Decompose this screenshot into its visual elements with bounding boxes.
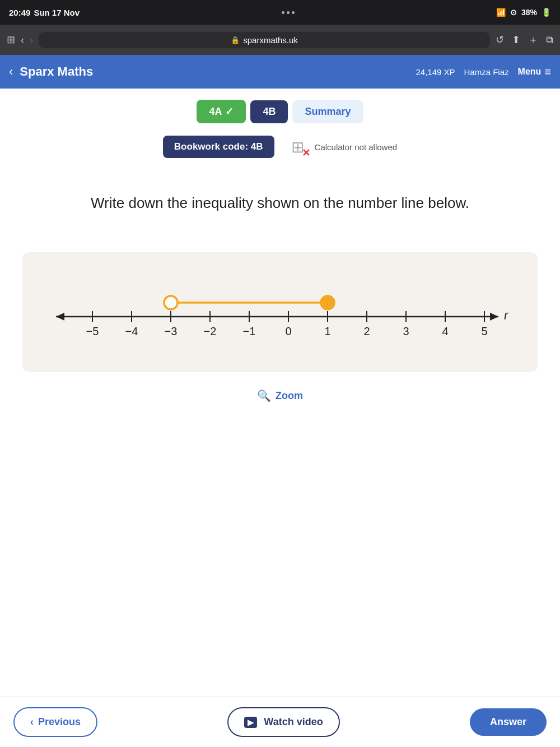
browser-actions: ↺ ⬆ ＋ ⧉ [496,33,553,47]
number-line-svg: −5 −4 −3 −2 −1 0 1 2 3 [39,275,521,350]
svg-text:3: 3 [403,325,409,337]
status-right: 📶 ⊙ 38% 🔋 [496,8,551,17]
svg-text:1: 1 [324,325,330,337]
svg-point-27 [164,296,178,309]
tab-4a[interactable]: 4A ✓ [197,100,246,123]
calculator-icon: ⊞ ✕ [286,134,310,159]
bookwork-label: Bookwork code: 4B [174,141,263,152]
lock-icon: 🔒 [231,36,240,44]
zoom-label: Zoom [276,390,303,402]
svg-text:−3: −3 [165,325,178,337]
tab-summary-label: Summary [305,106,351,117]
time: 20:49 [9,8,30,17]
number-line-diagram: −5 −4 −3 −2 −1 0 1 2 3 [22,252,538,372]
wifi-icon: 📶 [496,8,506,17]
svg-text:r: r [504,308,509,322]
svg-text:4: 4 [442,325,448,337]
status-left: 20:49 Sun 17 Nov [9,8,80,17]
browser-icons: ⊞ ‹ › [7,34,33,46]
info-row: Bookwork code: 4B ⊞ ✕ Calculator not all… [0,130,560,170]
nav-bar: ‹ Sparx Maths 24,149 XP Hamza Fiaz Menu … [0,55,560,89]
question-text: Write down the inequality shown on the n… [34,193,526,213]
svg-marker-2 [490,313,498,321]
date: Sun 17 Nov [34,8,80,17]
battery-level: 38% [521,8,537,17]
svg-text:2: 2 [363,325,370,337]
url-text: sparxmaths.uk [243,35,298,45]
sidebar-icon[interactable]: ⊞ [7,34,15,46]
tab-4a-label: 4A [209,106,222,118]
checkmark-icon: ✓ [225,105,234,118]
signal-icon: ⊙ [510,8,517,17]
menu-label: Menu [518,67,542,77]
tab-4b-label: 4B [263,106,276,117]
browser-bar: ⊞ ‹ › 🔒 sparxmaths.uk ↺ ⬆ ＋ ⧉ [0,25,560,55]
watch-video-label: Watch video [264,716,323,728]
status-bar: 20:49 Sun 17 Nov 📶 ⊙ 38% 🔋 [0,0,560,25]
svg-text:5: 5 [481,325,487,337]
nav-back-button[interactable]: ‹ [9,64,13,79]
tab-bar: 4A ✓ 4B Summary [0,89,560,130]
bookwork-code-badge: Bookwork code: 4B [163,136,274,158]
previous-button[interactable]: ‹ Previous [13,707,97,737]
svg-text:−2: −2 [204,325,217,337]
xp-label: 24,149 XP [416,67,455,77]
tabs-icon[interactable]: ⧉ [546,34,553,46]
battery-icon: 🔋 [542,8,551,17]
svg-text:−1: −1 [243,325,256,337]
nav-title: Sparx Maths [20,64,416,79]
dot1 [282,11,284,14]
share-icon[interactable]: ⬆ [512,34,520,46]
svg-text:0: 0 [285,325,291,337]
address-bar[interactable]: 🔒 sparxmaths.uk [39,32,490,48]
dot2 [287,11,290,14]
svg-marker-1 [56,313,64,321]
zoom-icon: 🔍 [257,389,271,402]
menu-button[interactable]: Menu ≡ [518,66,551,78]
calculator-label: Calculator not allowed [315,142,398,152]
zoom-button[interactable]: 🔍 Zoom [0,372,560,419]
tab-4b[interactable]: 4B [250,100,288,123]
back-icon[interactable]: ‹ [21,34,24,46]
svg-text:−4: −4 [125,325,138,337]
user-name: Hamza Fiaz [464,67,509,77]
video-icon: ▶ [244,717,257,728]
chevron-left-icon: ‹ [30,716,34,728]
nav-right: 24,149 XP Hamza Fiaz Menu ≡ [416,66,551,78]
svg-point-28 [321,296,334,309]
hamburger-icon: ≡ [544,66,551,78]
forward-icon[interactable]: › [30,34,33,46]
add-tab-icon[interactable]: ＋ [528,33,538,47]
answer-label: Answer [490,716,526,727]
dot3 [292,11,295,14]
watch-video-button[interactable]: ▶ Watch video [227,707,339,737]
reload-icon[interactable]: ↺ [496,34,504,46]
question-area: Write down the inequality shown on the n… [0,170,560,252]
svg-text:−5: −5 [86,325,99,337]
answer-button[interactable]: Answer [470,708,547,736]
tab-summary[interactable]: Summary [292,100,363,123]
bottom-bar: ‹ Previous ▶ Watch video Answer [0,697,560,747]
calc-x-icon: ✕ [302,147,310,159]
previous-label: Previous [38,716,81,728]
status-dots [282,11,295,14]
calculator-badge: ⊞ ✕ Calculator not allowed [286,134,398,159]
